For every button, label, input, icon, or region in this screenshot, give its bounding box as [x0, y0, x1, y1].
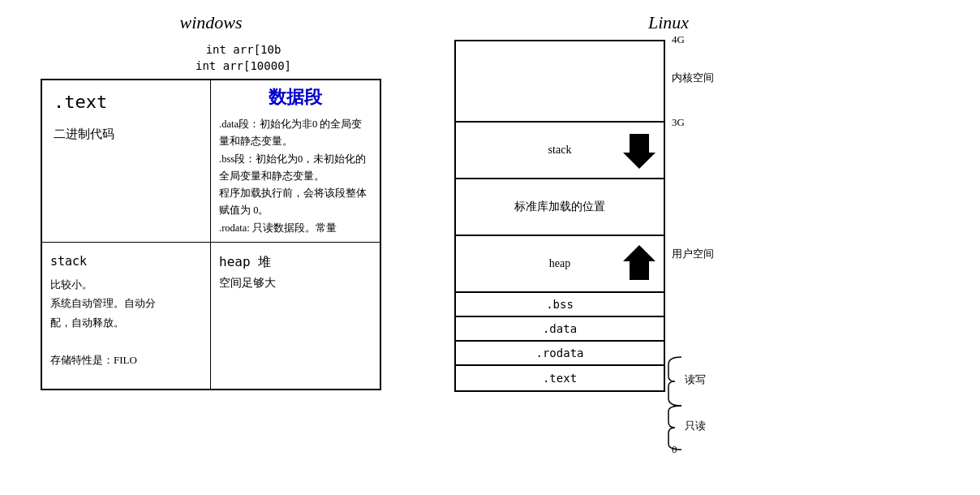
stack-title: stack	[50, 254, 202, 269]
data-segment-line-4: .rodata: 只读数据段。常量	[219, 220, 372, 237]
arrow-up-icon	[623, 243, 655, 284]
bss-label: .bss	[546, 298, 574, 311]
memory-grid: .text 二进制代码 数据段 .data段：初始化为非0 的全局变量和静态变量…	[41, 79, 381, 390]
heap-title: heap 堆	[219, 254, 372, 271]
block-data: .data	[456, 317, 664, 342]
label-user-space: 用户空间	[672, 247, 714, 261]
label-4g: 4G	[672, 33, 685, 46]
code-line-2: int arr[10000]	[81, 59, 406, 72]
cell-data-segment: 数据段 .data段：初始化为非0 的全局变量和静态变量。 .bss段：初始化为…	[211, 80, 380, 243]
block-rodata: .rodata	[456, 342, 664, 366]
block-kernel	[456, 41, 664, 123]
block-bss: .bss	[456, 293, 664, 317]
heap-desc: 空间足够大	[219, 276, 372, 291]
windows-title: windows	[16, 12, 406, 33]
cell-stack: stack 比较小。 系统自动管理。自动分 配，自动释放。 存储特性是：FILO	[42, 243, 211, 389]
block-stdlib: 标准库加载的位置	[456, 179, 664, 236]
data-segment-line-2: .bss段：初始化为0，未初始化的全局变量和静态变量。	[219, 151, 372, 186]
data-segment-line-3: 程序加载执行前，会将该段整体赋值为 0。	[219, 185, 372, 220]
text-label: .text	[54, 92, 202, 112]
linux-memory-blocks: stack 标准库加载的位置 heap	[454, 40, 665, 392]
block-stack: stack	[456, 123, 664, 179]
rodata-label: .rodata	[535, 346, 583, 359]
heap-label: heap	[549, 257, 570, 270]
linux-labels: 4G 3G 内核空间 用户空间 0 读写 只读	[672, 40, 737, 454]
brace-readwrite-icon	[667, 356, 683, 407]
block-text: .text	[456, 366, 664, 390]
stack-label: stack	[548, 144, 572, 157]
data-segment-line-1: .data段：初始化为非0 的全局变量和静态变量。	[219, 116, 372, 151]
data-label: .data	[543, 322, 577, 335]
stdlib-label: 标准库加载的位置	[514, 200, 605, 214]
binary-code-label: 二进制代码	[54, 127, 202, 142]
linux-title: Linux	[373, 12, 964, 33]
brace-readonly-icon	[667, 405, 683, 450]
windows-section: windows int arr[10b int arr[10000] .text…	[16, 8, 406, 487]
code-line-1: int arr[10b	[81, 43, 406, 56]
label-readwrite: 读写	[685, 372, 706, 387]
block-heap: heap	[456, 236, 664, 293]
label-3g: 3G	[672, 116, 685, 129]
cell-heap: heap 堆 空间足够大	[211, 243, 380, 389]
text-block-label: .text	[543, 372, 577, 385]
linux-section: Linux stack 标准库加载的位置	[406, 8, 964, 487]
label-readonly: 只读	[685, 419, 706, 433]
code-area: int arr[10b int arr[10000]	[81, 43, 406, 72]
page-container: windows int arr[10b int arr[10000] .text…	[0, 0, 980, 495]
label-kernel-space: 内核空间	[672, 71, 714, 85]
svg-marker-1	[623, 245, 655, 280]
data-segment-title: 数据段	[219, 85, 372, 110]
cell-text: .text 二进制代码	[42, 80, 211, 243]
svg-marker-0	[623, 134, 655, 169]
stack-desc: 比较小。 系统自动管理。自动分 配，自动释放。 存储特性是：FILO	[50, 275, 202, 370]
arrow-down-icon	[623, 130, 655, 170]
data-segment-desc: .data段：初始化为非0 的全局变量和静态变量。 .bss段：初始化为0，未初…	[219, 116, 372, 237]
